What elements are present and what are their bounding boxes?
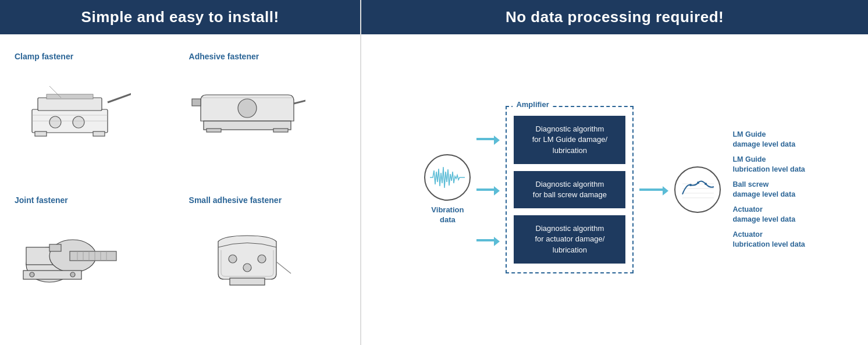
left-panel: Simple and easy to install! Clamp fasten…: [0, 0, 360, 345]
svg-point-42: [697, 182, 699, 184]
output-actuator-damage: Actuatordamage level data: [732, 205, 805, 225]
svg-line-36: [276, 262, 291, 273]
clamp-fastener-item: Clamp fastener: [6, 46, 180, 190]
vibration-label: Vibration data: [431, 205, 464, 225]
arrow-3: [476, 234, 500, 246]
svg-rect-31: [49, 244, 61, 251]
joint-label: Joint fastener: [15, 195, 68, 205]
svg-rect-6: [35, 131, 47, 136]
vibration-circle: [424, 154, 471, 201]
svg-rect-35: [230, 278, 265, 285]
svg-point-43: [705, 183, 707, 185]
vibration-waveform: [427, 160, 468, 195]
svg-point-30: [70, 272, 75, 277]
output-labels: LM Guidedamage level data LM Guidelubric…: [732, 130, 805, 250]
svg-point-3: [73, 116, 84, 128]
svg-line-13: [294, 98, 305, 104]
output-ballscrew-damage: Ball screwdamage level data: [732, 180, 805, 200]
svg-rect-5: [47, 94, 93, 99]
fasteners-grid: Clamp fastener: [0, 34, 360, 345]
svg-point-33: [258, 255, 266, 263]
svg-point-32: [229, 255, 237, 263]
svg-rect-7: [93, 131, 105, 136]
algorithm-ball-screw: Diagnostic algorithmfor ball screw damag…: [514, 171, 625, 208]
svg-line-4: [108, 92, 131, 102]
clamp-fastener-image: [15, 66, 131, 153]
algorithm-actuator: Diagnostic algorithmfor actuator damage/…: [514, 215, 625, 264]
svg-rect-14: [192, 99, 201, 106]
svg-rect-1: [38, 98, 102, 111]
adhesive-fastener-image: [189, 66, 305, 153]
right-panel: No data processing required! Vibration d…: [361, 0, 868, 345]
output-actuator-lube: Actuatorlubrication level data: [732, 230, 805, 250]
svg-point-41: [689, 184, 692, 186]
small-adhesive-label: Small adhesive fastener: [189, 195, 282, 205]
algorithm-lm-guide: Diagnostic algorithmfor LM Guide damage/…: [514, 116, 625, 164]
output-lm-damage: LM Guidedamage level data: [732, 130, 805, 150]
joint-fastener-image: [15, 209, 131, 297]
svg-rect-21: [70, 251, 116, 261]
output-circle-container: [674, 166, 721, 213]
vibration-input: Vibration data: [424, 154, 471, 225]
arrow-2: [476, 184, 500, 195]
main-container: Simple and easy to install! Clamp fasten…: [0, 0, 868, 345]
small-adhesive-fastener-item: Small adhesive fastener: [180, 190, 355, 333]
arrow-1: [476, 133, 500, 145]
svg-point-29: [30, 272, 34, 277]
output-waveform: [678, 172, 717, 207]
output-arrow: [639, 184, 668, 195]
svg-point-2: [49, 116, 61, 128]
amplifier-label: Amplifier: [513, 100, 552, 109]
joint-fastener-item: Joint fastener: [6, 190, 180, 333]
svg-rect-17: [273, 129, 288, 132]
right-header: No data processing required!: [361, 0, 868, 34]
svg-rect-16: [207, 129, 221, 132]
clamp-label: Clamp fastener: [15, 52, 73, 61]
adhesive-label: Adhesive fastener: [189, 52, 259, 61]
adhesive-fastener-item: Adhesive fastener: [180, 46, 355, 190]
output-lm-lube: LM Guidelubrication level data: [732, 155, 805, 175]
left-header: Simple and easy to install!: [0, 0, 360, 34]
output-circle: [674, 166, 721, 213]
amplifier-box: Amplifier Diagnostic algorithmfor LM Gui…: [506, 106, 634, 273]
small-adhesive-fastener-image: [189, 209, 305, 297]
svg-point-12: [238, 99, 257, 118]
svg-point-34: [243, 264, 251, 272]
diagram-area: Vibration data Amplifier Diagnostic algo…: [361, 34, 868, 345]
input-arrows: [476, 114, 500, 265]
